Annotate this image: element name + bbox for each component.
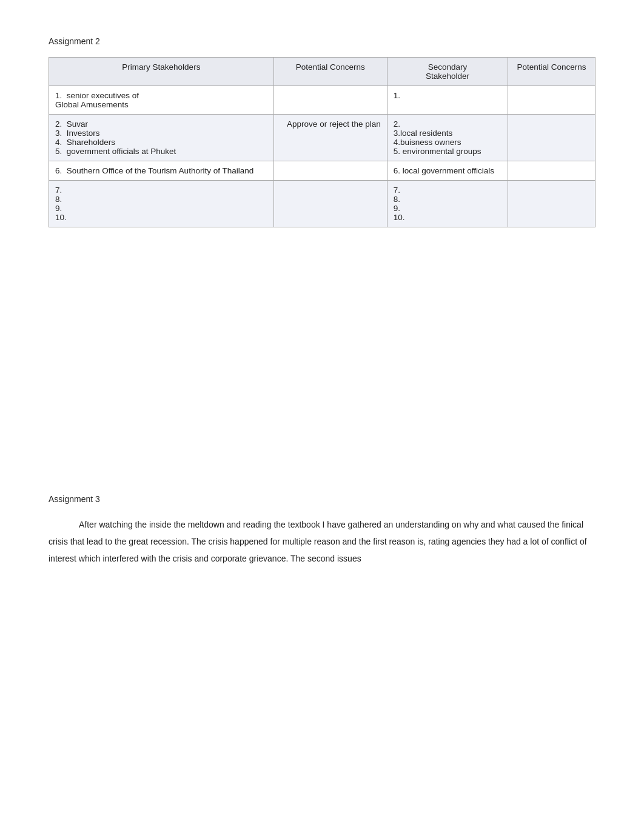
table-row: 6. Southern Office of the Tourism Author…	[49, 161, 595, 181]
table-row: 7.8.9.10. 7.8.9.10.	[49, 181, 595, 227]
secondary-concern-6	[508, 161, 595, 181]
primary-stakeholder-6: 6. Southern Office of the Tourism Author…	[49, 161, 274, 181]
col-header-primary: Primary Stakeholders	[49, 58, 274, 86]
col-header-secondary: SecondaryStakeholder	[387, 58, 508, 86]
secondary-concern-2345	[508, 115, 595, 161]
secondary-concern-7-10	[508, 181, 595, 227]
primary-concern-2345: Approve or reject the plan	[273, 115, 387, 161]
stakeholders-table: Primary Stakeholders Potential Concerns …	[49, 57, 595, 227]
secondary-concern-1	[508, 86, 595, 115]
col-header-primary-concerns: Potential Concerns	[273, 58, 387, 86]
table-row: 1. senior executives ofGlobal Amusements…	[49, 86, 595, 115]
primary-stakeholder-1: 1. senior executives ofGlobal Amusements	[49, 86, 274, 115]
primary-concern-1	[273, 86, 387, 115]
assignment2-title: Assignment 2	[49, 36, 595, 46]
assignment3-section: Assignment 3 After watching the inside t…	[49, 494, 595, 567]
secondary-stakeholder-7-10: 7.8.9.10.	[387, 181, 508, 227]
assignment3-body-text: After watching the inside the meltdown a…	[49, 516, 595, 567]
primary-concern-7-10	[273, 181, 387, 227]
primary-concern-6	[273, 161, 387, 181]
secondary-stakeholder-1: 1.	[387, 86, 508, 115]
col-header-secondary-concerns: Potential Concerns	[508, 58, 595, 86]
primary-stakeholder-7-10: 7.8.9.10.	[49, 181, 274, 227]
assignment2-section: Assignment 2 Primary Stakeholders Potent…	[49, 36, 595, 227]
assignment3-title: Assignment 3	[49, 494, 595, 504]
spacer	[49, 252, 595, 458]
secondary-stakeholder-6: 6. local government officials	[387, 161, 508, 181]
table-row: 2. Suvar 3. Investors 4. Shareholders 5.…	[49, 115, 595, 161]
primary-stakeholder-2345: 2. Suvar 3. Investors 4. Shareholders 5.…	[49, 115, 274, 161]
secondary-stakeholder-2345: 2. 3.local residents 4.buisness owners 5…	[387, 115, 508, 161]
